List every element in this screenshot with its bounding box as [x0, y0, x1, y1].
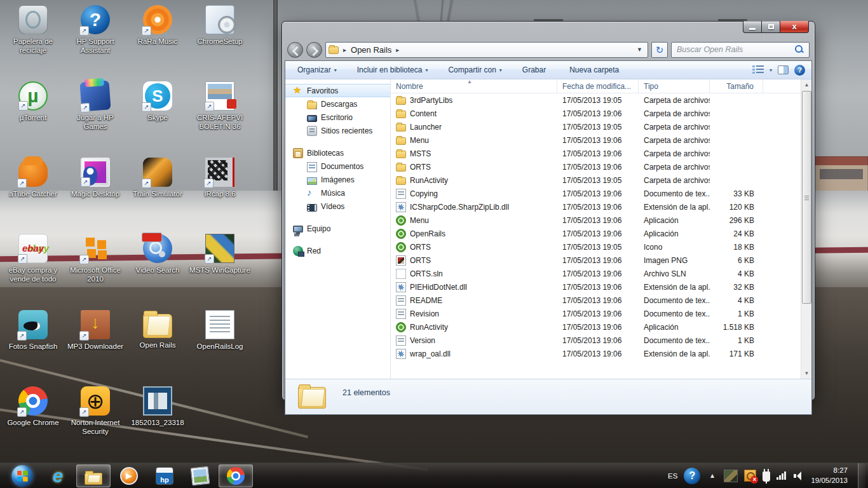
file-row[interactable]: Revision 17/05/2013 19:06 Documento de t… — [391, 307, 811, 320]
taskbar-button[interactable] — [41, 464, 75, 487]
close-button[interactable]: x — [780, 21, 809, 33]
desktop-icon[interactable]: Fotos Snapfish — [3, 308, 64, 384]
file-row[interactable]: Menu 17/05/2013 19:06 Carpeta de archivo… — [391, 133, 811, 147]
desktop-icon[interactable]: RaRa Music — [127, 3, 188, 79]
column-header-size[interactable]: Tamaño — [710, 79, 763, 93]
taskbar-button[interactable] — [147, 464, 182, 487]
desktop-icon[interactable]: Open Rails — [127, 308, 188, 384]
file-row[interactable]: 3rdPartyLibs 17/05/2013 19:05 Carpeta de… — [391, 93, 811, 107]
desktop-icon[interactable]: 1852013_23318 — [127, 384, 188, 460]
scroll-down-icon[interactable]: ▼ — [801, 368, 811, 379]
sidebar-item[interactable]: Sitios recientes — [285, 124, 390, 137]
taskbar-button[interactable] — [5, 464, 39, 487]
change-view-dropdown-icon[interactable]: ▾ — [770, 67, 772, 73]
power-plug-icon[interactable] — [763, 471, 770, 482]
desktop-icon[interactable]: Microsoft Office 2010 — [65, 231, 126, 308]
sidebar-item[interactable]: Red — [285, 244, 390, 257]
desktop-icon[interactable]: CRIS-AFEPVI BOLETIN 36 — [189, 79, 250, 155]
column-header-date[interactable]: Fecha de modifica... — [557, 79, 639, 93]
file-row[interactable]: MSTS 17/05/2013 19:06 Carpeta de archivo… — [391, 147, 811, 160]
volume-icon[interactable] — [794, 470, 804, 481]
search-box[interactable]: Buscar Open Rails — [671, 42, 810, 58]
desktop-icon[interactable]: Norton Internet Security — [65, 384, 126, 460]
desktop-icon[interactable]: ChromeSetup — [189, 3, 250, 79]
scroll-up-icon[interactable]: ▲ — [801, 79, 811, 90]
file-row[interactable]: Version 17/05/2013 19:06 Documento de te… — [391, 334, 811, 347]
address-bar[interactable]: ▸ Open Rails ▸ ▼ — [325, 42, 648, 58]
file-row[interactable]: ORTS.sln 17/05/2013 19:06 Archivo SLN 4 … — [391, 267, 811, 280]
file-row[interactable]: ICSharpCode.SharpZipLib.dll 17/05/2013 1… — [391, 200, 811, 214]
file-row[interactable]: Copying 17/05/2013 19:06 Documento de te… — [391, 187, 811, 200]
back-button[interactable] — [287, 42, 303, 58]
sidebar-item[interactable]: Vídeos — [285, 200, 390, 213]
desktop-icon[interactable]: IRcap 8.6 — [189, 155, 250, 231]
clock[interactable]: 8:27 19/05/2013 — [811, 466, 851, 485]
sidebar-item[interactable]: Favoritos — [285, 84, 390, 97]
file-row[interactable]: RunActivity 17/05/2013 19:05 Carpeta de … — [391, 173, 811, 187]
desktop-icon[interactable]: OpenRailsLog — [189, 308, 250, 384]
file-row[interactable]: Content 17/05/2013 19:06 Carpeta de arch… — [391, 107, 811, 120]
column-header-type[interactable]: Tipo — [639, 79, 710, 93]
preview-pane-icon[interactable] — [778, 65, 789, 74]
file-row[interactable]: OpenRails 17/05/2013 19:06 Aplicación 24… — [391, 227, 811, 240]
toolbar-button[interactable]: Incluir en biblioteca ▾ — [351, 64, 434, 76]
desktop-icon[interactable]: HP Support Assistant — [65, 3, 126, 79]
desktop-icon[interactable]: aTube Catcher — [3, 155, 64, 231]
desktop-icon[interactable]: Google Chrome — [3, 384, 64, 460]
desktop-icon[interactable]: Train Simulator — [127, 155, 188, 231]
file-row[interactable]: ORTS 17/05/2013 19:06 Imagen PNG 6 KB — [391, 254, 811, 267]
maximize-button[interactable] — [762, 21, 780, 33]
sidebar-item[interactable]: Imágenes — [285, 173, 390, 186]
desktop-icon[interactable]: eBay compra y vende de todo — [3, 231, 64, 308]
search-icon[interactable] — [795, 45, 804, 54]
language-indicator[interactable]: ES — [668, 472, 677, 480]
desktop-icon[interactable]: Jugar a HP Games — [65, 79, 126, 155]
show-hidden-icons-icon[interactable] — [707, 470, 717, 481]
desktop-icon[interactable]: µTorrent — [3, 79, 64, 155]
taskbar-button[interactable] — [183, 464, 217, 487]
hp-support-tray-icon[interactable] — [684, 468, 700, 484]
minimize-button[interactable] — [743, 21, 762, 33]
desktop-icon[interactable]: Papelera de reciclaje — [3, 3, 64, 79]
toolbar-button[interactable]: Compartir con ▾ — [442, 64, 507, 76]
file-row[interactable]: ORTS 17/05/2013 19:06 Carpeta de archivo… — [391, 160, 811, 173]
column-header-name[interactable]: Nombre — [391, 79, 557, 93]
toolbar-button[interactable]: Organizar ▾ — [292, 64, 342, 76]
forward-button[interactable] — [306, 42, 322, 58]
file-row[interactable]: PIEHidDotNet.dll 17/05/2013 19:06 Extens… — [391, 280, 811, 294]
taskbar-button[interactable] — [112, 464, 146, 487]
refresh-button[interactable]: ↻ — [651, 42, 668, 58]
desktop-icon[interactable]: Magic Desktop — [65, 155, 126, 231]
toolbar-button[interactable]: Nueva carpeta — [564, 64, 628, 76]
network-signal-icon[interactable] — [776, 470, 787, 481]
desktop-icon[interactable]: MSTS WinCapture — [189, 231, 250, 308]
help-icon[interactable]: ? — [794, 65, 805, 76]
sidebar-item[interactable]: Música — [285, 186, 390, 200]
sidebar-item[interactable]: Descargas — [285, 97, 390, 111]
file-row[interactable]: RunActivity 17/05/2013 19:06 Aplicación … — [391, 320, 811, 334]
desktop-icon[interactable]: Skype — [127, 79, 188, 155]
file-row[interactable]: wrap_oal.dll 17/05/2013 19:06 Extensión … — [391, 347, 811, 360]
scrollbar-thumb[interactable] — [802, 91, 811, 304]
taskbar-button[interactable] — [219, 464, 253, 487]
sidebar-item[interactable]: Documentos — [285, 159, 390, 173]
breadcrumb[interactable]: Open Rails — [351, 45, 391, 55]
desktop-icon[interactable]: Video Search — [127, 231, 188, 308]
breadcrumb-separator-icon[interactable]: ▸ — [391, 46, 403, 53]
sidebar-item[interactable]: Escritorio — [285, 111, 390, 124]
change-view-icon[interactable] — [752, 65, 764, 74]
titlebar[interactable]: x — [282, 22, 815, 39]
file-row[interactable]: README 17/05/2013 19:06 Documento de tex… — [391, 294, 811, 307]
vertical-scrollbar[interactable]: ▲ ▼ — [801, 79, 811, 379]
file-row[interactable]: Menu 17/05/2013 19:06 Aplicación 296 KB — [391, 214, 811, 227]
sidebar-item[interactable]: Bibliotecas — [285, 146, 390, 159]
sidebar-item[interactable]: Equipo — [285, 222, 390, 235]
toolbar-button[interactable]: Grabar — [517, 64, 555, 76]
file-row[interactable]: Launcher 17/05/2013 19:05 Carpeta de arc… — [391, 120, 811, 133]
desktop-icon[interactable]: MP3 Downloader — [65, 308, 126, 384]
show-desktop-button[interactable] — [858, 463, 865, 488]
taskbar-button[interactable] — [76, 464, 111, 487]
address-dropdown-icon[interactable]: ▼ — [637, 46, 645, 53]
update-error-tray-icon[interactable] — [744, 470, 756, 482]
file-row[interactable]: ORTS 17/05/2013 19:05 Icono 18 KB — [391, 240, 811, 254]
